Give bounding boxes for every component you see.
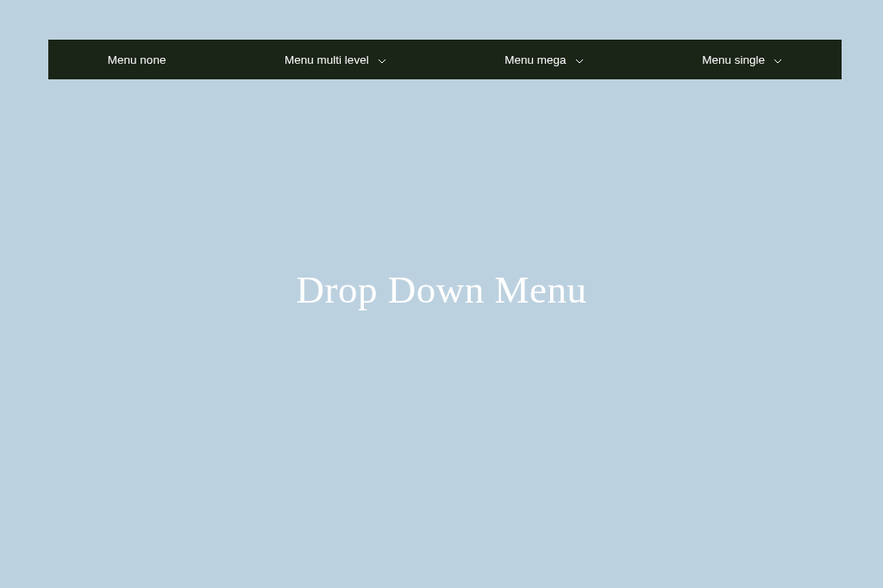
chevron-down-icon: [378, 59, 386, 64]
nav-item-menu-multi-level[interactable]: Menu multi level: [285, 53, 386, 66]
nav-item-menu-single[interactable]: Menu single: [702, 53, 782, 66]
nav-label: Menu mega: [504, 53, 566, 66]
nav-label: Menu single: [702, 53, 765, 66]
main-nav: Menu none Menu multi level Menu mega Men…: [48, 40, 842, 79]
chevron-down-icon: [773, 59, 782, 64]
nav-item-menu-none[interactable]: Menu none: [108, 53, 166, 66]
nav-label: Menu multi level: [285, 53, 369, 66]
chevron-down-icon: [575, 59, 584, 64]
page-title: Drop Down Menu: [0, 267, 883, 312]
nav-item-menu-mega[interactable]: Menu mega: [504, 53, 583, 66]
nav-label: Menu none: [108, 53, 166, 66]
